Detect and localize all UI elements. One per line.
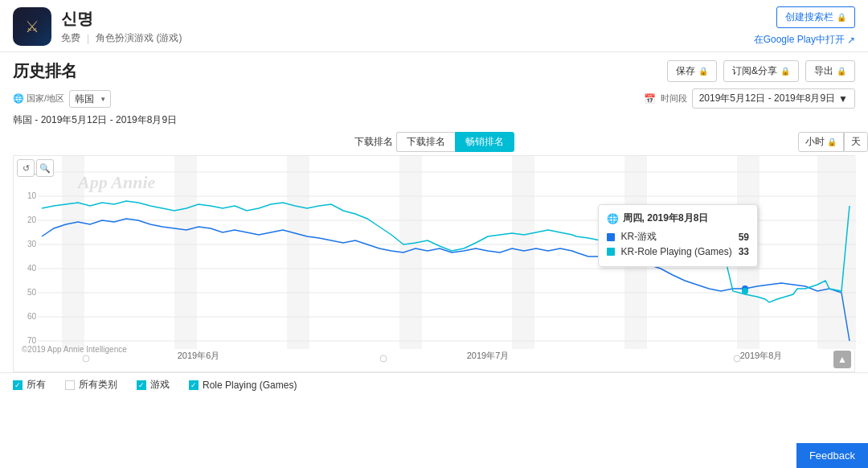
tooltip-row-2: KR-Role Playing (Games) 33 [607, 246, 749, 257]
legend-checkbox-all: ✓ [13, 380, 23, 390]
day-btn[interactable]: 天 [844, 132, 868, 152]
chart-tabs-group: 下载排名 下载排名 畅销排名 [354, 132, 514, 152]
filters-row: 🌐 国家/地区 韩国 📅 时间段 2019年5月12日 - 2019年8月9日 … [13, 88, 855, 109]
feedback-button[interactable]: Feedback [796, 443, 868, 468]
tooltip-title: 🌐 周四, 2019年8月8日 [607, 211, 749, 225]
scroll-top-button[interactable]: ▲ [833, 351, 851, 368]
save-button[interactable]: 保存 🔒 [667, 60, 717, 82]
filter-info: 韩国 - 2019年5月12日 - 2019年8月9日 [13, 113, 855, 127]
section-actions: 保存 🔒 订阅&分享 🔒 导出 🔒 [667, 60, 855, 82]
legend-label-all: 所有 [27, 378, 46, 392]
chart-container: ↺ 🔍 App Annie 1 10 20 30 40 50 60 70 [13, 155, 855, 372]
date-range-wrapper: 📅 时间段 2019年5月12日 - 2019年8月9日 ▼ [644, 88, 855, 109]
app-name: 신명 [61, 8, 182, 30]
legend-item-all-category[interactable]: 所有类别 [65, 378, 117, 392]
section-title: 历史排名 [13, 60, 77, 82]
export-lock-icon: 🔒 [837, 67, 846, 76]
hour-lock-icon: 🔒 [827, 138, 837, 146]
app-category-label: 角色扮演游戏 (游戏) [96, 31, 182, 45]
tooltip-dot-1 [607, 233, 615, 241]
country-filter-group: 🌐 国家/地区 韩国 [13, 90, 111, 108]
legend-label-role-playing: Role Playing (Games) [203, 380, 297, 391]
hour-btn[interactable]: 小时 🔒 [798, 132, 844, 152]
legend-item-all[interactable]: ✓ 所有 [13, 378, 46, 392]
svg-rect-0 [62, 156, 84, 349]
tooltip-label-1: KR-游戏 [621, 230, 732, 244]
date-range-chevron-icon: ▼ [838, 93, 848, 105]
app-free-label: 免费 [61, 31, 80, 45]
legend-checkbox-role-playing: ✓ [189, 380, 199, 390]
tooltip-value-1: 59 [739, 232, 749, 243]
chart-tooltip: 🌐 周四, 2019年8月8日 KR-游戏 59 KR-Role Playing… [598, 204, 758, 267]
export-button[interactable]: 导出 🔒 [805, 60, 855, 82]
legend-checkbox-games: ✓ [137, 380, 146, 390]
svg-text:40: 40 [27, 264, 37, 273]
svg-text:50: 50 [27, 288, 37, 297]
calendar-icon: 📅 [644, 93, 656, 105]
subscribe-button[interactable]: 订阅&分享 🔒 [723, 60, 799, 82]
country-filter-label: 🌐 国家/地区 [13, 92, 64, 105]
country-select-wrapper: 韩国 [69, 90, 111, 108]
svg-rect-2 [287, 156, 309, 349]
download-rank-tab[interactable]: 下载排名 [396, 132, 455, 152]
external-link-icon: ↗ [847, 35, 855, 46]
app-icon: ⚔ [13, 7, 51, 46]
app-info-section: ⚔ 신명 免费 | 角色扮演游戏 (游戏) [13, 7, 182, 46]
lock-icon: 🔒 [837, 13, 846, 22]
tooltip-globe-icon: 🌐 [607, 213, 619, 224]
svg-point-29 [83, 355, 89, 362]
bestseller-tab[interactable]: 畅销排名 [455, 132, 514, 152]
legend-item-games[interactable]: ✓ 游戏 [137, 378, 170, 392]
google-play-link[interactable]: 在Google Play中打开 ↗ [754, 33, 855, 47]
time-toggle: 小时 🔒 天 [798, 132, 868, 152]
svg-text:2019年7月: 2019年7月 [467, 351, 510, 360]
tooltip-value-2: 33 [739, 246, 749, 257]
header-actions: 创建搜索栏 🔒 在Google Play中打开 ↗ [754, 6, 855, 47]
legend-label-games: 游戏 [150, 378, 170, 392]
legend-item-role-playing[interactable]: ✓ Role Playing (Games) [189, 380, 297, 391]
svg-point-30 [380, 355, 387, 362]
legend-checkbox-all-category [65, 380, 75, 390]
save-lock-icon: 🔒 [698, 67, 708, 76]
svg-point-28 [742, 288, 748, 294]
legend-row: ✓ 所有 所有类别 ✓ 游戏 ✓ Role Playing (Games) [0, 372, 868, 396]
app-meta: 免费 | 角色扮演游戏 (游戏) [61, 31, 182, 45]
tooltip-dot-2 [607, 248, 615, 256]
svg-text:10: 10 [27, 191, 37, 200]
time-period-label: 时间段 [661, 92, 687, 105]
svg-text:60: 60 [27, 312, 37, 321]
svg-rect-7 [817, 156, 856, 349]
tooltip-row-1: KR-游戏 59 [607, 230, 749, 244]
copyright: ©2019 App Annie Intelligence [22, 345, 127, 354]
zoom-button[interactable]: 🔍 [36, 159, 54, 177]
create-board-button[interactable]: 创建搜索栏 🔒 [776, 6, 855, 28]
svg-rect-1 [174, 156, 197, 349]
reset-zoom-button[interactable]: ↺ [17, 159, 35, 177]
svg-text:70: 70 [27, 336, 37, 345]
svg-text:2019年6月: 2019年6月 [178, 351, 220, 360]
chart-tabs: 下载排名 畅销排名 [396, 132, 514, 152]
svg-text:30: 30 [27, 240, 37, 248]
section-header: 历史排名 保存 🔒 订阅&分享 🔒 导出 🔒 [13, 60, 855, 82]
svg-text:2019年8月: 2019年8月 [740, 351, 783, 360]
date-range-selector[interactable]: 2019年5月12日 - 2019年8月9日 ▼ [692, 88, 855, 109]
app-details: 신명 免费 | 角色扮演游戏 (游戏) [61, 8, 182, 45]
country-select[interactable]: 韩国 [69, 90, 111, 108]
main-section: 历史排名 保存 🔒 订阅&分享 🔒 导出 🔒 🌐 国家/地区 [0, 52, 868, 127]
svg-text:20: 20 [27, 216, 37, 224]
date-range-text: 2019年5月12日 - 2019年8月9日 [699, 92, 835, 105]
app-header: ⚔ 신명 免费 | 角色扮演游戏 (游戏) 创建搜索栏 🔒 在Google Pl… [0, 0, 868, 52]
tooltip-label-2: KR-Role Playing (Games) [621, 246, 732, 257]
chart-tools: ↺ 🔍 [17, 159, 54, 177]
globe-icon: 🌐 [13, 93, 24, 104]
subscribe-lock-icon: 🔒 [780, 67, 790, 76]
legend-label-all-category: 所有类别 [79, 378, 117, 392]
chart-tab-label: 下载排名 [354, 135, 393, 149]
svg-rect-4 [512, 156, 534, 349]
